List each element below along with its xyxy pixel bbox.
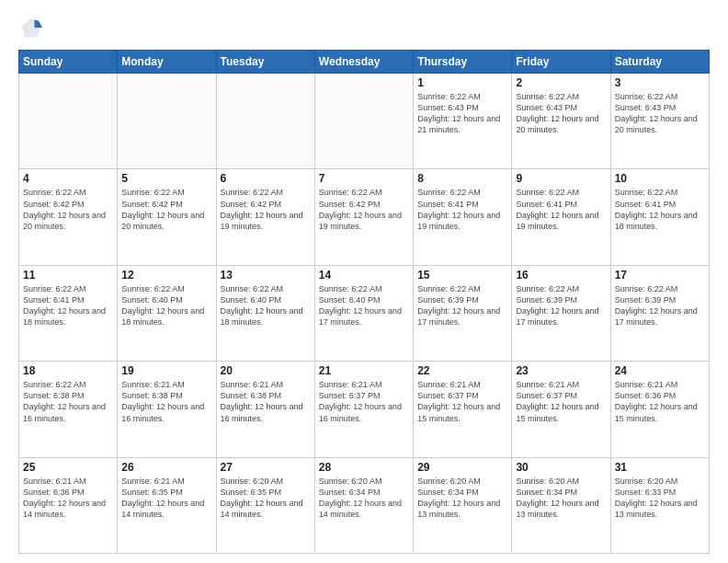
day-number: 7	[319, 172, 409, 185]
day-number: 23	[516, 364, 606, 377]
weekday-header-sunday: Sunday	[19, 51, 118, 74]
weekday-header-saturday: Saturday	[610, 51, 709, 74]
calendar-cell: 9Sunrise: 6:22 AM Sunset: 6:41 PM Daylig…	[512, 169, 610, 265]
day-info: Sunrise: 6:21 AM Sunset: 6:35 PM Dayligh…	[121, 476, 211, 521]
day-info: Sunrise: 6:22 AM Sunset: 6:43 PM Dayligh…	[516, 91, 606, 136]
day-number: 31	[615, 461, 705, 474]
day-info: Sunrise: 6:22 AM Sunset: 6:40 PM Dayligh…	[319, 283, 409, 328]
calendar-week-row: 11Sunrise: 6:22 AM Sunset: 6:41 PM Dayli…	[19, 265, 710, 361]
day-info: Sunrise: 6:22 AM Sunset: 6:41 PM Dayligh…	[417, 187, 507, 232]
calendar-cell: 12Sunrise: 6:22 AM Sunset: 6:40 PM Dayli…	[118, 265, 216, 361]
day-info: Sunrise: 6:22 AM Sunset: 6:43 PM Dayligh…	[417, 91, 507, 136]
header	[18, 15, 710, 40]
day-info: Sunrise: 6:22 AM Sunset: 6:39 PM Dayligh…	[615, 283, 705, 328]
calendar-cell: 3Sunrise: 6:22 AM Sunset: 6:43 PM Daylig…	[610, 74, 709, 169]
day-info: Sunrise: 6:22 AM Sunset: 6:41 PM Dayligh…	[615, 187, 705, 232]
day-info: Sunrise: 6:21 AM Sunset: 6:37 PM Dayligh…	[319, 379, 409, 424]
calendar-week-row: 25Sunrise: 6:21 AM Sunset: 6:36 PM Dayli…	[19, 457, 710, 553]
day-number: 21	[319, 364, 409, 377]
calendar-cell	[314, 74, 413, 169]
day-number: 3	[615, 76, 705, 89]
day-info: Sunrise: 6:21 AM Sunset: 6:37 PM Dayligh…	[516, 379, 606, 424]
calendar-cell: 31Sunrise: 6:20 AM Sunset: 6:33 PM Dayli…	[610, 457, 709, 553]
day-info: Sunrise: 6:20 AM Sunset: 6:35 PM Dayligh…	[221, 476, 311, 521]
calendar-cell: 21Sunrise: 6:21 AM Sunset: 6:37 PM Dayli…	[314, 362, 413, 457]
calendar-cell	[216, 74, 314, 169]
calendar-cell: 28Sunrise: 6:20 AM Sunset: 6:34 PM Dayli…	[314, 457, 413, 553]
day-info: Sunrise: 6:22 AM Sunset: 6:40 PM Dayligh…	[121, 283, 211, 328]
day-number: 27	[221, 461, 311, 474]
day-info: Sunrise: 6:20 AM Sunset: 6:33 PM Dayligh…	[615, 476, 705, 521]
calendar-cell: 10Sunrise: 6:22 AM Sunset: 6:41 PM Dayli…	[610, 169, 709, 265]
day-number: 6	[221, 172, 311, 185]
day-info: Sunrise: 6:22 AM Sunset: 6:39 PM Dayligh…	[417, 283, 507, 328]
logo-icon	[18, 15, 44, 40]
day-info: Sunrise: 6:22 AM Sunset: 6:42 PM Dayligh…	[23, 187, 113, 232]
weekday-header-row: SundayMondayTuesdayWednesdayThursdayFrid…	[19, 51, 710, 74]
day-info: Sunrise: 6:20 AM Sunset: 6:34 PM Dayligh…	[516, 476, 606, 521]
weekday-header-wednesday: Wednesday	[314, 51, 413, 74]
calendar-cell: 7Sunrise: 6:22 AM Sunset: 6:42 PM Daylig…	[314, 169, 413, 265]
day-info: Sunrise: 6:21 AM Sunset: 6:38 PM Dayligh…	[121, 379, 211, 424]
calendar-cell: 1Sunrise: 6:22 AM Sunset: 6:43 PM Daylig…	[414, 74, 512, 169]
day-number: 14	[319, 269, 409, 282]
calendar-cell: 24Sunrise: 6:21 AM Sunset: 6:36 PM Dayli…	[610, 362, 709, 457]
day-info: Sunrise: 6:22 AM Sunset: 6:42 PM Dayligh…	[221, 187, 311, 232]
day-number: 13	[221, 269, 311, 282]
day-info: Sunrise: 6:22 AM Sunset: 6:40 PM Dayligh…	[221, 283, 311, 328]
weekday-header-tuesday: Tuesday	[216, 51, 314, 74]
day-number: 2	[516, 76, 606, 89]
calendar-week-row: 4Sunrise: 6:22 AM Sunset: 6:42 PM Daylig…	[19, 169, 710, 265]
day-number: 4	[23, 172, 113, 185]
calendar-cell: 13Sunrise: 6:22 AM Sunset: 6:40 PM Dayli…	[216, 265, 314, 361]
day-number: 24	[615, 364, 705, 377]
calendar-cell: 17Sunrise: 6:22 AM Sunset: 6:39 PM Dayli…	[610, 265, 709, 361]
page: SundayMondayTuesdayWednesdayThursdayFrid…	[0, 0, 728, 563]
calendar-cell: 18Sunrise: 6:22 AM Sunset: 6:38 PM Dayli…	[19, 362, 118, 457]
day-info: Sunrise: 6:22 AM Sunset: 6:41 PM Dayligh…	[23, 283, 113, 328]
day-number: 5	[121, 172, 211, 185]
calendar-cell	[118, 74, 216, 169]
day-number: 17	[615, 269, 705, 282]
calendar-cell: 20Sunrise: 6:21 AM Sunset: 6:38 PM Dayli…	[216, 362, 314, 457]
day-number: 25	[23, 461, 113, 474]
day-number: 10	[615, 172, 705, 185]
day-number: 16	[516, 269, 606, 282]
calendar-cell: 30Sunrise: 6:20 AM Sunset: 6:34 PM Dayli…	[512, 457, 610, 553]
day-number: 29	[417, 461, 507, 474]
day-info: Sunrise: 6:22 AM Sunset: 6:39 PM Dayligh…	[516, 283, 606, 328]
calendar-week-row: 1Sunrise: 6:22 AM Sunset: 6:43 PM Daylig…	[19, 74, 710, 169]
day-number: 19	[121, 364, 211, 377]
day-number: 15	[417, 269, 507, 282]
day-number: 28	[319, 461, 409, 474]
day-number: 20	[221, 364, 311, 377]
day-info: Sunrise: 6:22 AM Sunset: 6:42 PM Dayligh…	[319, 187, 409, 232]
calendar-cell: 14Sunrise: 6:22 AM Sunset: 6:40 PM Dayli…	[314, 265, 413, 361]
day-number: 9	[516, 172, 606, 185]
day-number: 30	[516, 461, 606, 474]
day-number: 26	[121, 461, 211, 474]
weekday-header-thursday: Thursday	[414, 51, 512, 74]
calendar-cell: 19Sunrise: 6:21 AM Sunset: 6:38 PM Dayli…	[118, 362, 216, 457]
calendar-cell: 4Sunrise: 6:22 AM Sunset: 6:42 PM Daylig…	[19, 169, 118, 265]
calendar-cell: 23Sunrise: 6:21 AM Sunset: 6:37 PM Dayli…	[512, 362, 610, 457]
day-info: Sunrise: 6:22 AM Sunset: 6:43 PM Dayligh…	[615, 91, 705, 136]
calendar-cell: 11Sunrise: 6:22 AM Sunset: 6:41 PM Dayli…	[19, 265, 118, 361]
logo	[18, 15, 48, 40]
calendar-cell	[19, 74, 118, 169]
calendar-table: SundayMondayTuesdayWednesdayThursdayFrid…	[18, 50, 710, 554]
day-info: Sunrise: 6:21 AM Sunset: 6:36 PM Dayligh…	[615, 379, 705, 424]
day-info: Sunrise: 6:21 AM Sunset: 6:37 PM Dayligh…	[417, 379, 507, 424]
day-number: 8	[417, 172, 507, 185]
calendar-cell: 27Sunrise: 6:20 AM Sunset: 6:35 PM Dayli…	[216, 457, 314, 553]
calendar-cell: 6Sunrise: 6:22 AM Sunset: 6:42 PM Daylig…	[216, 169, 314, 265]
calendar-cell: 29Sunrise: 6:20 AM Sunset: 6:34 PM Dayli…	[414, 457, 512, 553]
day-number: 22	[417, 364, 507, 377]
day-info: Sunrise: 6:20 AM Sunset: 6:34 PM Dayligh…	[417, 476, 507, 521]
weekday-header-friday: Friday	[512, 51, 610, 74]
day-number: 11	[23, 269, 113, 282]
calendar-cell: 25Sunrise: 6:21 AM Sunset: 6:36 PM Dayli…	[19, 457, 118, 553]
day-info: Sunrise: 6:21 AM Sunset: 6:38 PM Dayligh…	[221, 379, 311, 424]
calendar-cell: 15Sunrise: 6:22 AM Sunset: 6:39 PM Dayli…	[414, 265, 512, 361]
day-number: 1	[417, 76, 507, 89]
